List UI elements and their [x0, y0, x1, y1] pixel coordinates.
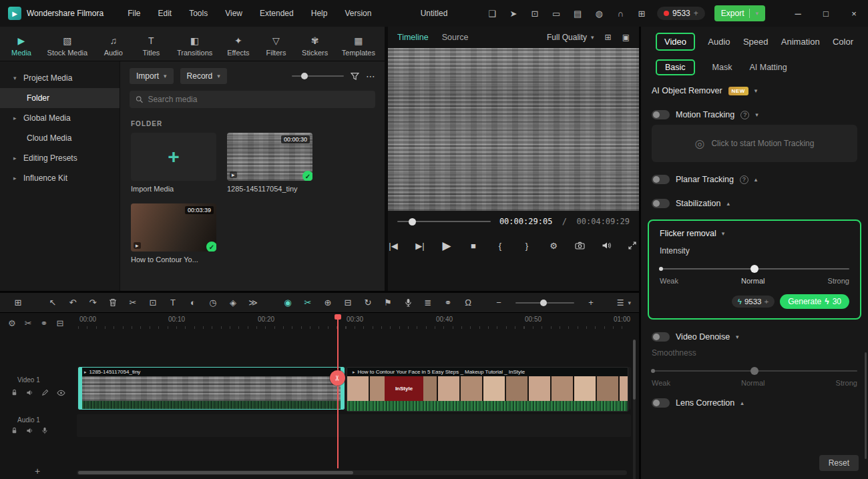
- tab-transitions[interactable]: ◧ Transitions: [177, 35, 212, 57]
- lens-correction-toggle[interactable]: [652, 398, 670, 408]
- timeline-vertical-scrollbar[interactable]: [633, 340, 636, 479]
- delete-icon[interactable]: [103, 298, 123, 307]
- points-balance[interactable]: 9533 +: [657, 7, 705, 20]
- voiceover-mic-icon[interactable]: [398, 298, 418, 307]
- stabilization-row[interactable]: Stabilization ▴: [641, 191, 868, 215]
- video-denoise-toggle[interactable]: [652, 332, 670, 342]
- sidebar-item-editing-presets[interactable]: ▸ Editing Presets: [0, 148, 120, 168]
- intensity-slider[interactable]: [660, 265, 849, 273]
- playhead[interactable]: [337, 314, 339, 468]
- edit-pen-icon[interactable]: [41, 389, 49, 396]
- collapse-caret-icon[interactable]: ▸: [13, 115, 19, 121]
- filter-icon[interactable]: [351, 72, 359, 81]
- expand-caret-icon[interactable]: ▾: [755, 111, 758, 118]
- planar-tracking-row[interactable]: Planar Tracking ? ▴: [641, 167, 868, 191]
- media-clip-tile-noise[interactable]: 00:00:30 ▸ ✓: [227, 133, 312, 181]
- timeline-horizontal-scrollbar[interactable]: [77, 470, 627, 475]
- browser-icon[interactable]: ◍: [593, 9, 605, 19]
- tab-titles[interactable]: T Titles: [139, 35, 163, 57]
- motion-tracking-row[interactable]: Motion Tracking ? ▾: [641, 103, 868, 123]
- sidebar-item-cloud-media[interactable]: Cloud Media: [0, 128, 120, 148]
- ripple-delete-icon[interactable]: ⊟: [338, 298, 358, 308]
- scrollbar-thumb[interactable]: [633, 340, 636, 400]
- record-caret-icon[interactable]: ▾: [217, 73, 220, 79]
- preview-tab-source[interactable]: Source: [442, 33, 469, 42]
- collapse-caret-icon[interactable]: ▴: [754, 176, 758, 183]
- mask-icon[interactable]: ◐: [183, 298, 203, 308]
- select-tool-icon[interactable]: ↖: [43, 298, 63, 308]
- sidebar-item-influence-kit[interactable]: ▸ Influence Kit: [0, 168, 120, 188]
- properties-scrollbar[interactable]: [865, 352, 867, 459]
- menu-extended[interactable]: Extended: [260, 9, 294, 18]
- import-caret-icon[interactable]: ▾: [164, 73, 167, 79]
- stop-button[interactable]: ■: [468, 241, 479, 251]
- sidebar-item-project-media[interactable]: ▾ Project Media: [0, 68, 120, 88]
- planar-tracking-toggle[interactable]: [652, 175, 670, 184]
- track-height-icon[interactable]: ⊟: [56, 318, 63, 328]
- flicker-removal-row[interactable]: Flicker removal ▾: [654, 226, 855, 241]
- auto-ripple-link-icon[interactable]: ⚭: [438, 298, 458, 308]
- scrollbar-thumb[interactable]: [78, 471, 353, 474]
- quality-caret-icon[interactable]: ▾: [591, 34, 594, 41]
- menu-edit[interactable]: Edit: [158, 9, 172, 18]
- tab-stock-media[interactable]: ▧ Stock Media: [47, 35, 88, 57]
- save-icon[interactable]: ▤: [572, 9, 584, 19]
- preview-tab-timeline[interactable]: Timeline: [397, 33, 429, 42]
- help-icon[interactable]: ?: [740, 111, 749, 119]
- intensity-handle[interactable]: [750, 265, 758, 273]
- import-button[interactable]: Import ▾: [130, 68, 174, 84]
- audio-mixer-icon[interactable]: ≣: [418, 298, 438, 308]
- import-media-tile[interactable]: +: [131, 133, 216, 181]
- help-icon[interactable]: ?: [740, 175, 748, 184]
- keyframe-icon[interactable]: ◈: [223, 298, 243, 308]
- play-button[interactable]: ▶: [441, 239, 452, 253]
- record-button[interactable]: Record ▾: [180, 68, 227, 84]
- minimize-button[interactable]: ─: [784, 0, 812, 27]
- track-link-icon[interactable]: ⚭: [41, 318, 48, 328]
- gift-icon[interactable]: ❑: [486, 9, 498, 19]
- audio-track-lane[interactable]: [77, 414, 631, 437]
- menu-version[interactable]: Version: [345, 9, 371, 18]
- seek-bar[interactable]: [397, 221, 491, 222]
- mic-icon[interactable]: [41, 427, 48, 434]
- tab-animation[interactable]: Animation: [781, 37, 820, 47]
- thumbnail-size-slider[interactable]: [292, 75, 344, 77]
- zoom-handle[interactable]: [540, 300, 547, 306]
- sidebar-item-folder[interactable]: Folder: [0, 88, 120, 108]
- playback-settings-icon[interactable]: ⚙: [548, 241, 559, 251]
- motion-tracking-start-area[interactable]: ◎ Click to start Motion Tracking: [652, 125, 857, 162]
- support-icon[interactable]: ∩: [614, 9, 626, 19]
- tab-speed[interactable]: Speed: [743, 37, 769, 47]
- visibility-eye-icon[interactable]: [57, 390, 65, 396]
- more-options-icon[interactable]: ⋯: [366, 71, 375, 81]
- mark-in-button[interactable]: {: [495, 241, 505, 251]
- zoom-out-icon[interactable]: −: [489, 298, 509, 308]
- subtab-basic[interactable]: Basic: [656, 59, 695, 75]
- collapse-caret-icon[interactable]: ▸: [13, 155, 19, 161]
- render-preview-icon[interactable]: ↻: [358, 298, 378, 308]
- expand-caret-icon[interactable]: ▾: [722, 230, 725, 237]
- mute-speaker-icon[interactable]: [26, 389, 33, 396]
- add-marker-icon[interactable]: ⊕: [318, 298, 338, 308]
- marker-flag-icon[interactable]: ⚑: [378, 298, 398, 308]
- screen-capture-icon[interactable]: ⊡: [529, 9, 541, 19]
- sidebar-item-global-media[interactable]: ▸ Global Media: [0, 108, 120, 128]
- media-grid-icon[interactable]: ⊞: [8, 298, 28, 308]
- record-toggle-icon[interactable]: ◉: [278, 298, 298, 308]
- volume-icon[interactable]: [602, 242, 612, 250]
- timeline-ruler[interactable]: 00:00 00:10 00:20 00:30 00:40 00:50 01:0…: [78, 316, 630, 329]
- smoothness-slider[interactable]: [652, 367, 857, 375]
- mute-speaker-icon[interactable]: [26, 427, 33, 434]
- tab-filters[interactable]: ▽ Filters: [264, 35, 288, 57]
- tab-stickers[interactable]: ✾ Stickers: [302, 35, 328, 57]
- ai-object-remover-row[interactable]: AI Object Remover NEW ▾: [641, 79, 868, 103]
- seek-handle[interactable]: [409, 218, 416, 225]
- share-icon[interactable]: ➤: [507, 9, 519, 19]
- add-points-icon[interactable]: +: [765, 298, 769, 306]
- track-layout-icon[interactable]: ☰: [617, 298, 624, 308]
- tab-color[interactable]: Color: [833, 37, 853, 47]
- expand-caret-icon[interactable]: ▾: [736, 334, 739, 340]
- reset-button[interactable]: Reset: [819, 455, 859, 471]
- speed-clock-icon[interactable]: ◷: [203, 298, 223, 308]
- split-scissors-icon[interactable]: ✂: [123, 298, 143, 308]
